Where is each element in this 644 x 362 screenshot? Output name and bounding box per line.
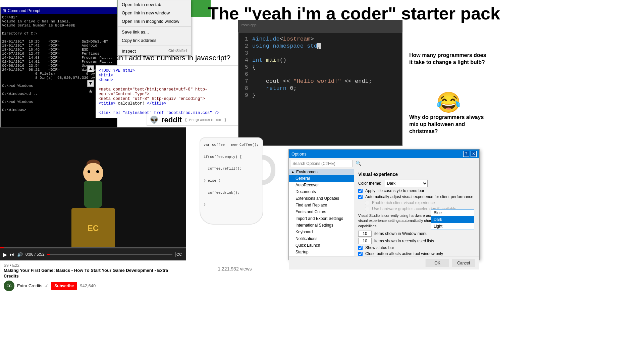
color-theme-dropdown[interactable]: Blue Dark Light [431, 209, 474, 230]
recent-items-input[interactable] [358, 238, 372, 244]
ctx-copy-link[interactable]: Copy link address [118, 36, 191, 45]
env-section-header[interactable]: ▲ Environment [289, 169, 354, 175]
ctx-save-link[interactable]: Save link as... [118, 28, 191, 36]
halloween-joke: Why do programmers always mix up hallowe… [409, 114, 493, 135]
opt-item-intl[interactable]: International Settings [289, 222, 354, 229]
html-line: <head> [99, 78, 240, 82]
options-title-buttons: ? ✕ [463, 151, 477, 157]
apply-title-row: Apply title case style to menu bar [358, 188, 475, 193]
options-search-input[interactable] [291, 160, 353, 167]
ctx-open-new-tab[interactable]: Open link in new tab [118, 0, 191, 9]
char-body [84, 181, 102, 208]
search-icon-opt: 🔍 [356, 161, 361, 166]
color-theme-row: Color theme: Dark Blue Light [358, 180, 475, 187]
yt-volume-btn[interactable]: 🔊 [17, 252, 23, 257]
yt-play-btn[interactable]: ▶ [3, 251, 7, 258]
opt-item-startup[interactable]: Startup [289, 249, 354, 255]
use-hardware-checkbox[interactable] [365, 207, 369, 211]
auto-adjust-label: Automatically adjust visual experience f… [365, 194, 473, 199]
opt-item-fonts[interactable]: Fonts and Colors [289, 208, 354, 215]
opt-item-importexport[interactable]: Import and Export Settings [289, 215, 354, 222]
yt-info: S9 • E22 Making Your First Game: Basics … [0, 260, 186, 294]
window-items-input[interactable] [358, 231, 372, 237]
dd-item-blue[interactable]: Blue [431, 209, 474, 216]
color-theme-select[interactable]: Dark Blue Light [384, 180, 428, 187]
opt-item-keyboard[interactable]: Keyboard [289, 229, 354, 235]
cmd-line: Directory of C:\ [2, 32, 115, 36]
cmd-icon: ⊞ [3, 8, 6, 13]
cpp-line: 4 int main() [243, 57, 398, 63]
context-menu[interactable]: Open link in new tab Open link in new wi… [117, 0, 191, 56]
ctx-open-incognito[interactable]: Open link in incognito window [118, 17, 191, 25]
mug-handle [262, 155, 275, 185]
dd-item-light[interactable]: Light [431, 223, 474, 230]
yt-next-btn[interactable]: ⏭ [10, 252, 14, 257]
options-help-btn[interactable]: ? [463, 151, 469, 157]
opt-item-notifications[interactable]: Notifications [289, 235, 354, 242]
html-line [99, 106, 240, 111]
enable-rich-checkbox[interactable] [365, 201, 369, 205]
show-status-checkbox[interactable] [358, 246, 363, 250]
cmd-line: 18/01/2017 17:42 <DIR> Android [2, 44, 115, 48]
opt-item-documents[interactable]: Documents [289, 188, 354, 195]
cmd-line: C:\>dir [2, 15, 115, 19]
coffee-section: var coffee = new Coffee(); if(coffee.emp… [181, 131, 288, 272]
close-affects-checkbox[interactable] [358, 252, 363, 256]
apply-title-checkbox[interactable] [358, 189, 363, 193]
html-line: <html> [99, 73, 240, 78]
cpp-line: 5 { [243, 64, 398, 70]
reddit-text: reddit [161, 116, 182, 124]
opt-item-quicklaunch[interactable]: Quick Launch [289, 242, 354, 249]
show-status-row: Show status bar [358, 245, 475, 250]
options-right-panel: Visual experience Color theme: Dark Blue… [354, 169, 479, 256]
yt-title: Making Your First Game: Basics - How To … [4, 268, 182, 279]
cpp-line: 6 [243, 71, 398, 77]
cmd-line: Volume in drive C has no label. [2, 19, 115, 23]
cpp-line: 2 using namespace std; [243, 43, 398, 49]
mug-code: var coffee = new Coffee(); if(coffee.emp… [200, 138, 263, 212]
char-head [83, 163, 103, 183]
opt-item-findreplace[interactable]: Find and Replace [289, 202, 354, 208]
vote-star[interactable]: ★ [88, 88, 93, 95]
cpp-line: 8 return 0; [243, 85, 398, 92]
cmd-line [2, 36, 115, 40]
window-items-label: items shown in Window menu [374, 231, 428, 236]
ctx-inspect-label: Inspect [122, 49, 136, 54]
yt-video-area[interactable]: EC [0, 128, 186, 248]
options-footer: OK Cancel [289, 256, 479, 269]
ctx-divider1 [118, 26, 191, 27]
cmd-line [2, 27, 115, 32]
reddit-banner: 👽 reddit { ProgrammerHumor } [147, 114, 242, 126]
cmd-line: Volume Serial Number is B6E9-408E [2, 23, 115, 27]
cpp-line: 9 } [243, 92, 398, 99]
opt-item-general[interactable]: General [289, 175, 354, 182]
cmd-line: 18/01/2017 10:46 <DIR> ESD [2, 48, 115, 52]
auto-adjust-checkbox[interactable] [358, 195, 363, 199]
yt-progress-bar-bg [0, 247, 186, 248]
options-close-btn[interactable]: ✕ [471, 151, 477, 157]
auto-adjust-row: Automatically adjust visual experience f… [358, 194, 475, 199]
opt-item-synced[interactable]: Synchronized Settings [289, 255, 354, 256]
options-search-row: 🔍 [289, 158, 479, 169]
vote-down-btn[interactable]: ▼ [87, 80, 94, 87]
subscribe-button[interactable]: Subscribe [51, 282, 77, 290]
vote-up-btn[interactable]: ▲ [87, 65, 94, 72]
yt-progress-fill [0, 247, 4, 248]
options-titlebar: Options ? ✕ [289, 149, 479, 158]
opt-item-extensions[interactable]: Extensions and Updates [289, 195, 354, 202]
options-cancel-btn[interactable]: Cancel [452, 259, 475, 267]
laugh-emoji: 😂 [436, 90, 461, 114]
dd-item-dark[interactable]: Dark [431, 216, 474, 223]
opt-item-autorecover[interactable]: AutoRecover [289, 182, 354, 188]
ctx-divider2 [118, 46, 191, 46]
html-line: <meta content="utf-8" http-equiv="encodi… [99, 97, 240, 101]
yt-seekbar[interactable] [47, 254, 172, 255]
html-line: <meta content="text/html;charset=utf-8" … [99, 87, 240, 97]
visual-experience-title: Visual experience [358, 172, 475, 177]
options-ok-btn[interactable]: OK [426, 259, 449, 267]
yt-controls: ▶ ⏭ 🔊 0:06 / 5:52 CC [0, 248, 186, 260]
yt-seekbar-fill [47, 254, 50, 255]
ctx-open-new-window[interactable]: Open link in new window [118, 9, 191, 17]
cpp-line: 3 [243, 50, 398, 56]
char-eye-right [96, 170, 99, 173]
